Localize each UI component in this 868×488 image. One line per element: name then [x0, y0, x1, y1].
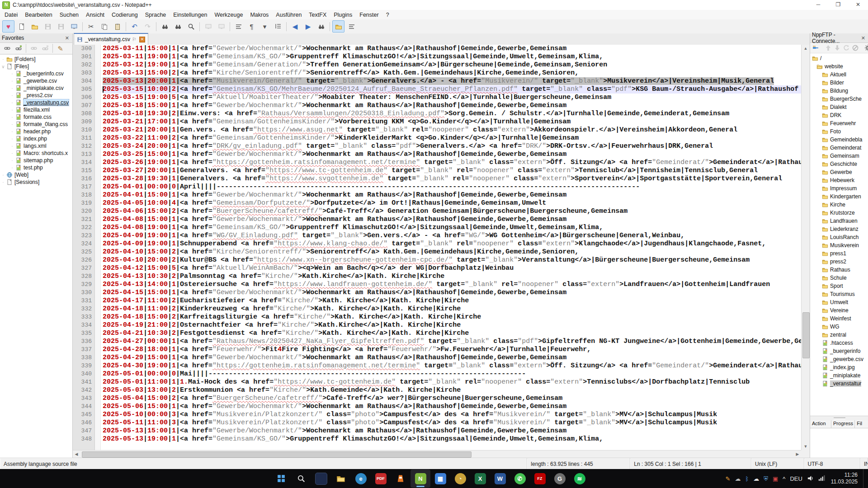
ftp-folder-umwelt[interactable]: Umwelt: [810, 298, 868, 306]
bluetooth-icon[interactable]: ᛒ: [745, 476, 749, 482]
line-number[interactable]: 313: [73, 150, 94, 159]
vertical-scrollbar[interactable]: ▲ ▼: [801, 45, 810, 450]
line-number[interactable]: 328: [73, 272, 94, 281]
ftp-folder-impressum[interactable]: Impressum: [810, 184, 868, 192]
code-line-328[interactable]: 2025-04-13|10:30|2|Palmsonntag <a href="…: [103, 272, 801, 281]
ftp-folder-bilder[interactable]: Bilder: [810, 79, 868, 87]
ftp-file-_gewerbe.csv[interactable]: _gewerbe.csv: [810, 355, 868, 363]
scroll-down-icon[interactable]: ▼: [802, 443, 810, 450]
scroll-right-icon[interactable]: ▶: [794, 450, 801, 458]
code-line-312[interactable]: 2025-03-24|20:00|1|<a href="DRK/gv_einla…: [103, 142, 801, 150]
vscroll-thumb[interactable]: [802, 312, 810, 358]
edit-link-icon[interactable]: ✎: [55, 43, 66, 53]
favorites-group-sessions[interactable]: ·[Sessions]: [0, 178, 72, 186]
line-number[interactable]: 337: [73, 346, 94, 354]
taskbar-file-explorer-icon[interactable]: [331, 469, 351, 488]
queue-column-fil[interactable]: Fil: [855, 420, 868, 428]
taskbar-photos-icon[interactable]: ▦: [430, 469, 450, 488]
code-line-308[interactable]: 2025-03-18|19:30|2|Einw.vers: <a href="R…: [103, 110, 801, 118]
favorites-file-item[interactable]: ·_veranstaltung.csv: [0, 99, 72, 106]
ftp-folder-krutstorze[interactable]: Krutstorze: [810, 209, 868, 217]
code-line-333[interactable]: 2025-04-18|15:00|2|Karfreitagsliturgie <…: [103, 313, 801, 321]
line-number[interactable]: 342: [73, 386, 94, 394]
ftp-folder-press1[interactable]: press1: [810, 249, 868, 258]
code-line-315[interactable]: 2025-03-27|20:00|1|Generalvers. <a href=…: [103, 167, 801, 175]
code-line-346[interactable]: 2025-05-11|11:00|3|<a href="Musikverein/…: [103, 419, 801, 427]
cloud-icon[interactable]: ☁: [735, 476, 741, 482]
collapse-icon[interactable]: ∨: [0, 64, 6, 69]
code-line-336[interactable]: 2025-04-27|00:00|1|<a href="Rathaus/News…: [103, 338, 801, 346]
ftp-folder-drk[interactable]: DRK: [810, 111, 868, 119]
nppftp-close-icon[interactable]: ✕: [860, 35, 867, 41]
ftp-site-website[interactable]: website: [810, 62, 868, 70]
code-line-337[interactable]: 2025-04-28|18:00|1|<a href="Feuerwehr/">…: [103, 346, 801, 354]
line-number[interactable]: 329: [73, 281, 94, 289]
line-number[interactable]: 333: [73, 313, 94, 321]
line-number[interactable]: 316: [73, 175, 94, 183]
line-number[interactable]: 346: [73, 419, 94, 427]
code-line-320[interactable]: 2025-04-06|15:00|2|<a href="BuergerScheu…: [103, 207, 801, 216]
favorites-file-item[interactable]: ·filezilla.xml: [0, 106, 72, 113]
code-line-348[interactable]: 2025-05-13|19:00|1|<a href="Gemeinsam/KS…: [103, 435, 801, 443]
code-line-316[interactable]: 2025-03-28|19:30|1|Generalvers. <a href=…: [103, 175, 801, 183]
code-line-332[interactable]: 2025-04-18|11:00|2|Kinderkreuzweg <a hre…: [103, 305, 801, 313]
favorites-file-item[interactable]: ·_press2.csv: [0, 92, 72, 99]
function-list-icon[interactable]: [345, 20, 358, 33]
menu-item-makros[interactable]: Makros: [246, 11, 272, 19]
doc-map-icon[interactable]: [332, 20, 344, 33]
line-number[interactable]: 323: [73, 232, 94, 240]
line-number[interactable]: 347: [73, 427, 94, 435]
horizontal-scrollbar[interactable]: ◀ ▶: [73, 450, 801, 458]
code-view[interactable]: 2025-03-11|15:00|1|<a href="Gewerbe/Woch…: [103, 45, 801, 450]
line-number[interactable]: 335: [73, 329, 94, 338]
ftp-folder-feuerwehr[interactable]: Feuerwehr: [810, 119, 868, 127]
teams-icon[interactable]: ▣: [773, 476, 778, 482]
find-icon[interactable]: [159, 20, 171, 33]
code-line-307[interactable]: 2025-03-18|15:00|1|<a href="Gewerbe/Woch…: [103, 102, 801, 110]
menu-item-ansicht[interactable]: Ansicht: [82, 11, 108, 19]
code-line-344[interactable]: 2025-05-06|15:00|1|<a href="Gewerbe/Woch…: [103, 403, 801, 411]
status-eol-format[interactable]: Unix (LF): [751, 458, 804, 469]
code-line-341[interactable]: 2025-05-01|11:00|1|1.Mai-Hock des <a hre…: [103, 378, 801, 386]
line-number[interactable]: 305: [73, 85, 94, 94]
code-line-321[interactable]: 2025-04-08|15:00|1|<a href="Gewerbe/Woch…: [103, 216, 801, 224]
queue-column-action[interactable]: Action: [810, 420, 831, 428]
ftp-folder-gewerbe[interactable]: Gewerbe: [810, 168, 868, 176]
taskbar-task-view-icon[interactable]: [311, 469, 331, 488]
ftp-folder-rathaus[interactable]: Rathaus: [810, 266, 868, 274]
line-number[interactable]: 348: [73, 435, 94, 443]
ftp-folder-gemeinsam[interactable]: Gemeinsam: [810, 152, 868, 160]
line-number[interactable]: 314: [73, 159, 94, 167]
tab-_veranstaltung.csv[interactable]: _veranstaltung.csv⚐✕: [74, 33, 148, 45]
menu-item-suchen[interactable]: Suchen: [56, 11, 82, 19]
line-number[interactable]: 317: [73, 183, 94, 191]
taskbar-gimp-icon[interactable]: G: [550, 469, 570, 488]
favorites-close-icon[interactable]: ✕: [64, 35, 71, 41]
line-number[interactable]: 307: [73, 102, 94, 110]
line-number[interactable]: 303: [73, 69, 94, 77]
indent-guide-icon[interactable]: [272, 20, 284, 33]
favorites-group-folders[interactable]: ·[Folders]: [0, 56, 72, 63]
search-toolbar-icon[interactable]: [315, 20, 327, 33]
line-number[interactable]: 344: [73, 403, 94, 411]
taskbar-notepad-plus-plus-icon[interactable]: N: [410, 469, 430, 488]
code-line-338[interactable]: 2025-04-29|15:00|1|<a href="Gewerbe/Woch…: [103, 354, 801, 362]
find-in-files-icon[interactable]: [185, 20, 197, 33]
code-line-319[interactable]: 2025-04-05|10:00|4|<a href="Gemeinsam/Do…: [103, 199, 801, 207]
code-line-343[interactable]: 2025-05-04|15:00|2|<a href="BuergerScheu…: [103, 394, 801, 403]
favorites-file-item[interactable]: ·_gewerbe.csv: [0, 77, 72, 84]
line-number[interactable]: 320: [73, 207, 94, 216]
menu-item-?[interactable]: ?: [382, 11, 393, 19]
code-line-302[interactable]: 2025-03-12|19:00|1|<a href="Gemeinsam/Ge…: [103, 61, 801, 69]
code-line-304[interactable]: 2025-03-13|20:00|1|<a href="Musikverein/…: [103, 77, 801, 85]
favorites-file-item[interactable]: ·formate_0lang.css: [0, 121, 72, 128]
favorites-file-item[interactable]: ·index.php: [0, 135, 72, 142]
menu-item-datei[interactable]: Datei: [1, 11, 21, 19]
show-all-characters-icon[interactable]: ¶: [245, 20, 258, 33]
replace-icon[interactable]: [172, 20, 184, 33]
line-number[interactable]: 334: [73, 321, 94, 329]
code-line-324[interactable]: 2025-04-09|19:00|1|Schnupperabend <a hre…: [103, 240, 801, 248]
line-number[interactable]: 341: [73, 378, 94, 386]
nav-forward-icon[interactable]: ▶: [302, 20, 314, 33]
favorites-file-item[interactable]: ·Macro: shortcuts.x: [0, 150, 72, 157]
